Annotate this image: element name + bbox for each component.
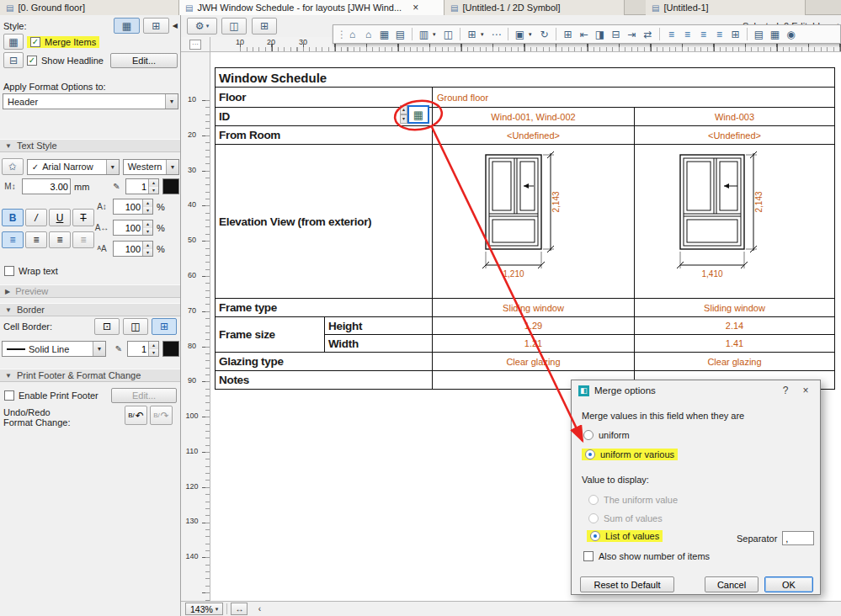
ok-button[interactable]: OK [764,576,813,592]
align-left-button[interactable]: ≡ [2,231,24,248]
refresh-icon[interactable]: ↻ [537,29,551,40]
apply-format-select[interactable]: Header ▾ [3,93,178,109]
id-value-cell[interactable]: Wind-003 [635,108,835,126]
insert-field-icon[interactable]: ⊞ [465,29,479,40]
width-value-cell[interactable]: 1.21 [433,335,635,353]
add-row-icon[interactable]: ⊞ [561,29,575,40]
align-left-icon[interactable]: ≡ [664,29,679,40]
width-value-cell[interactable]: 1.41 [635,335,835,353]
elevation-drawing-cell[interactable]: 2,143 1,410 [635,145,835,299]
undo-format-button[interactable]: B/ ↶ [125,406,147,425]
favorite-style-button[interactable]: ✩ [2,158,24,175]
leading-input[interactable] [114,199,142,214]
spin-up-icon[interactable]: ▴ [143,242,152,249]
radio-sum-of-values[interactable]: Sum of values [588,513,663,523]
spin-down-icon[interactable]: ▾ [149,349,158,357]
text-color-swatch[interactable] [162,178,179,194]
glazing-value-cell[interactable]: Clear glazing [433,353,635,371]
schedule-table-button[interactable]: ⊞ [252,18,277,35]
frame-type-value-cell[interactable]: Sliding window [433,299,635,317]
collapse-panel-icon[interactable]: ◀ [173,22,178,29]
id-value-cell[interactable]: Wind-001, Wind-002 [433,108,635,126]
preview-icon[interactable]: ▤ [752,29,766,40]
line-type-select[interactable]: Solid Line ▾ [2,341,106,357]
redo-format-button[interactable]: B/ ↷ [150,406,173,425]
enable-print-footer-checkbox[interactable]: Enable Print Footer [4,390,98,401]
spin-down-icon[interactable]: ▾ [143,207,152,215]
border-inner-button[interactable]: ◫ [123,318,148,335]
spin-down-icon[interactable]: ▾ [143,228,152,236]
superscript-input[interactable] [114,242,142,256]
font-family-select[interactable]: ✓ Arial Narrow ▾ [27,159,120,175]
scheme-grid-icon[interactable]: ▦ [377,29,391,40]
spin-up-icon[interactable]: ▴ [149,342,158,349]
vertical-ruler[interactable]: 10 20 30 40 50 60 70 80 90 100 110 120 1… [181,52,210,601]
align-justify-icon[interactable]: ≡ [712,29,727,40]
spin-up-icon[interactable]: ▴ [149,179,158,187]
reset-to-default-button[interactable]: Reset to Default [580,576,674,592]
frame-type-value-cell[interactable]: Sliding window [635,299,835,317]
show-headline-icon-button[interactable]: ⊟ [3,52,24,68]
also-show-number-checkbox[interactable]: Also show number of items [583,551,710,561]
radio-list-of-values[interactable]: List of values [587,530,663,542]
library-building-icon[interactable]: ⌂ [361,29,375,40]
align-center-button[interactable]: ≡ [25,231,47,248]
headline-edit-button[interactable]: Edit... [110,53,178,68]
border-section-header[interactable]: ▼ Border [0,303,180,316]
superscript-field[interactable]: ▴▾ [113,241,153,257]
frame-size-label-cell[interactable]: Frame size [216,317,325,353]
ruler-options-icon[interactable]: ··· [189,40,201,50]
view-mode-icon[interactable]: ▥ [417,29,431,40]
print-footer-edit-button[interactable]: Edit... [111,388,177,403]
floor-label-cell[interactable]: Floor [216,88,433,108]
merge-items-icon-button[interactable]: ▦ [3,34,24,50]
frame-type-label-cell[interactable]: Frame type [216,299,433,317]
delete-row-icon[interactable]: ⊟ [609,29,623,40]
eye-icon[interactable]: ◉ [784,29,798,40]
strikethrough-button[interactable]: T [72,209,94,226]
floor-value-cell[interactable]: Ground floor [433,88,835,108]
ruler-origin-box[interactable]: ··· [181,37,210,52]
text-pen-input[interactable] [126,179,148,194]
tab-window-schedule[interactable]: ▤ JWH Window Schedule - for layouts [JWH… [179,0,444,15]
notes-label-cell[interactable]: Notes [216,371,433,390]
italic-button[interactable]: / [25,209,47,226]
border-pen-input[interactable] [128,342,148,356]
leading-field[interactable]: ▴▾ [113,199,153,215]
split-view-icon[interactable]: ◫ [441,29,455,40]
font-script-select[interactable]: Western ▾ [123,159,179,175]
pin-column-icon[interactable]: ◨ [593,29,607,40]
save-icon[interactable]: ▣ [513,29,527,40]
from-room-label-cell[interactable]: From Room [216,126,433,145]
height-label-cell[interactable]: Height [325,317,433,335]
text-pen-field[interactable]: ▴▾ [125,178,159,194]
height-value-cell[interactable]: 1.29 [433,317,635,335]
font-size-input[interactable] [23,179,70,194]
tab-2d-symbol[interactable]: ▤ [Untitled-1 / 2D Symbol] [444,0,625,15]
align-justify-button[interactable]: ≡ [72,231,94,248]
wrap-text-checkbox[interactable]: Wrap text [4,266,58,276]
swap-columns-icon[interactable]: ⇄ [641,29,655,40]
spin-down-icon[interactable]: ▾ [149,187,158,194]
glazing-value-cell[interactable]: Clear glazing [635,353,835,371]
height-value-cell[interactable]: 2.14 [635,317,835,335]
save-arrow-icon[interactable]: ▾ [529,31,535,38]
spin-up-icon[interactable]: ▴ [143,220,152,228]
spin-down-icon[interactable]: ▾ [400,114,407,124]
align-right-icon[interactable]: ≡ [696,29,711,40]
preview-section-header[interactable]: ▶ Preview [0,284,180,298]
tab-untitled[interactable]: ▤ [Untitled-1] [646,0,806,15]
bold-button[interactable]: B [2,209,24,226]
dialog-title-bar[interactable]: ◧ Merge options ? × [572,380,820,401]
radio-uniform-value[interactable]: The uniform value [588,495,678,505]
align-right-button[interactable]: ≡ [49,231,71,248]
scheme-settings-button[interactable]: ⚙ ▾ [187,18,217,35]
underline-button[interactable]: U [49,209,71,226]
more-options-icon[interactable]: ⋯ [489,29,503,40]
border-outer-button[interactable]: ⊡ [94,318,120,335]
tracking-field[interactable]: ▴▾ [113,220,153,236]
view-mode-arrow-icon[interactable]: ▾ [433,31,439,38]
merge-options-button[interactable]: ▦ [407,105,429,124]
cancel-button[interactable]: Cancel [705,576,758,592]
move-left-icon[interactable]: ⇤ [577,29,591,40]
